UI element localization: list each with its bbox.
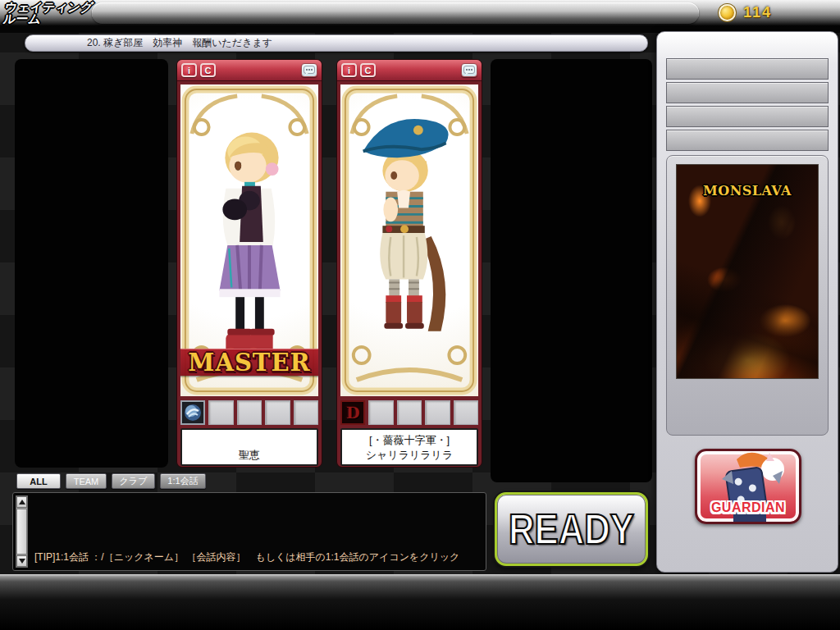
map-name: MONSLAVA [677,183,818,199]
player-name-box: 聖恵 [180,428,318,466]
player-club: [・薔薇十字軍・] [369,434,450,446]
chat-bubble-icon[interactable] [301,63,317,77]
coin-icon [719,4,736,21]
scroll-down-icon[interactable] [16,555,27,567]
badge-slot-empty [294,400,318,425]
player-name-box: [・薔薇十字軍・] シャリラリラリラ [340,428,478,466]
currency-display: 114 [719,4,772,21]
ready-button[interactable]: READY [495,492,648,566]
master-banner-text: MASTER [188,348,310,377]
card-button[interactable]: C [360,63,376,77]
panel-row-1 [666,58,829,80]
guardian-label: GUARDIAN [697,500,799,515]
tab-team[interactable]: TEAM [66,473,107,489]
card-header: i C [337,60,482,81]
page-title: ウェイティング ルーム [2,2,94,25]
tab-1on1[interactable]: 1:1会話 [160,473,206,489]
chat-log: [TIP]1:1会話 ：/［ニックネーム］ ［会話内容］ もしくは相手の1:1会… [12,492,486,571]
chat-scrollbar[interactable] [16,495,28,568]
player-card-2: i C [336,59,482,468]
panel-row-3 [666,106,829,127]
badge-slot-empty [368,400,393,425]
tab-club[interactable]: クラブ [112,473,155,489]
badge-slot-empty [208,400,233,425]
badge-row: D [340,400,478,425]
ready-button-label: READY [509,504,634,554]
map-preview-image: MONSLAVA [676,164,819,379]
scrollbar-thumb[interactable] [16,509,27,555]
card-button[interactable]: C [200,63,216,77]
badge-slot-empty [454,400,478,425]
character-portrait-2 [340,84,478,396]
scroll-up-icon[interactable] [16,496,27,508]
player-card-master: i C [176,59,322,468]
bottom-bar: ALL あ [0,574,840,630]
badge-slot-empty [397,400,422,425]
badge-slot-empty [265,400,290,425]
chat-tabs: ALL TEAM クラブ 1:1会話 [16,473,206,489]
waiting-room-screen: ウェイティング ルーム 114 20. 稼ぎ部屋 効率神 報酬いただきます i … [0,0,840,630]
info-button[interactable]: i [341,63,357,77]
room-title-text: 20. 稼ぎ部屋 効率神 報酬いただきます [87,37,272,48]
coin-count: 114 [743,4,772,21]
map-preview-frame: MONSLAVA [666,155,829,436]
player-name: 聖恵 [239,449,260,461]
master-banner: MASTER [180,349,318,376]
badge-slot-empty [425,400,450,425]
character-portrait-master: MASTER [180,84,318,396]
badge-slot-empty [237,400,262,425]
chat-tip-message: [TIP]1:1会話 ：/［ニックネーム］ ［会話内容］ もしくは相手の1:1会… [34,550,459,564]
panel-row-2 [666,82,829,103]
d-emblem-icon[interactable]: D [340,400,365,425]
player-name: シャリラリラリラ [366,449,453,461]
chat-bubble-icon[interactable] [461,63,477,77]
player-slot-empty-4 [491,59,652,482]
guardian-card[interactable]: GUARDIAN [695,449,801,524]
title-bar-inset [92,2,699,24]
badge-row [180,400,318,425]
page-title-line2: ルーム [2,13,92,25]
player-slot-empty-1 [15,59,168,468]
guild-emblem-icon[interactable] [180,400,205,425]
room-title: 20. 稼ぎ部屋 効率神 報酬いただきます [25,34,648,52]
card-header: i C [177,60,322,81]
side-panel: MONSLAVA GUARDIAN [656,31,838,573]
panel-row-4 [666,130,829,151]
character-art-2 [340,84,478,396]
info-button[interactable]: i [181,63,197,77]
tab-all[interactable]: ALL [16,473,61,489]
